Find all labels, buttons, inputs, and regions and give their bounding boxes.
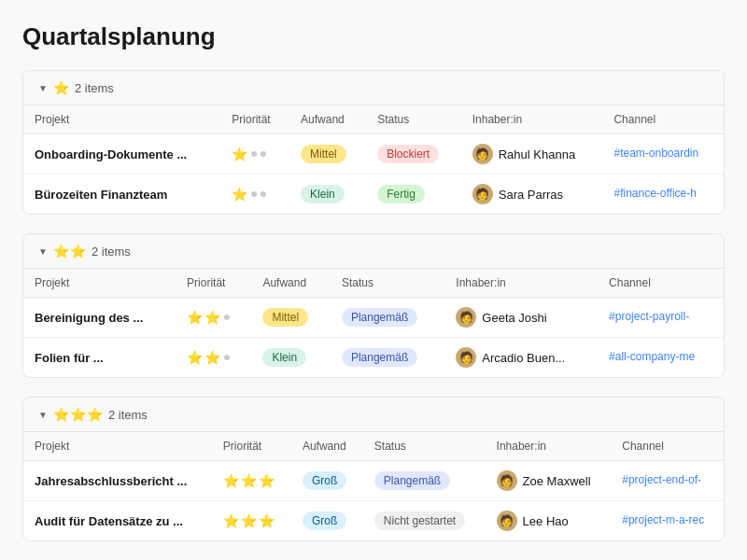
aufwand-cell: Mittel — [289, 134, 366, 175]
chevron-icon: ▼ — [38, 410, 48, 420]
items-count: 2 items — [75, 81, 114, 95]
projekt-name: Bereinigung des ... — [35, 311, 143, 325]
column-header: Status — [363, 432, 486, 461]
column-header: Aufwand — [289, 105, 366, 134]
status-badge: Plangemäß — [342, 308, 417, 327]
column-header: Priorität — [176, 269, 251, 298]
avatar: 🧑 — [472, 184, 493, 204]
channel-cell[interactable]: #project-payroll- — [598, 298, 724, 338]
section-1: ▼ ⭐ 2 items ProjektPrioritätAufwandStatu… — [22, 70, 725, 215]
inhaber-cell: 🧑 Zoe Maxwell — [486, 461, 612, 501]
projekt-cell: Audit für Datensätze zu ... — [23, 501, 212, 541]
channel-link[interactable]: #project-payroll- — [609, 310, 689, 323]
star-icon: ⭐ — [53, 244, 69, 259]
channel-link[interactable]: #all-company-me — [609, 350, 695, 363]
column-header: Channel — [602, 105, 724, 134]
status-badge: Plangemäß — [342, 348, 417, 367]
column-header: Priorität — [212, 432, 291, 461]
column-header: Channel — [598, 269, 724, 298]
channel-link[interactable]: #project-end-of- — [622, 473, 701, 486]
star-icon: ⭐ — [70, 244, 86, 259]
star-icon: ⭐ — [187, 310, 203, 325]
avatar: 🧑 — [497, 470, 517, 491]
items-count: 2 items — [92, 245, 131, 259]
section-3: ▼ ⭐⭐⭐ 2 items ProjektPrioritätAufwandSta… — [22, 397, 725, 541]
column-header: Aufwand — [251, 269, 330, 298]
status-cell: Plangemäß — [331, 298, 444, 338]
table-row: Jahresabschlussbericht ...⭐⭐⭐GroßPlangem… — [23, 461, 724, 501]
star-icon: ⭐ — [204, 310, 220, 325]
dot-icon — [251, 191, 257, 197]
star-icon: ⭐ — [223, 513, 239, 528]
aufwand-badge: Klein — [262, 348, 306, 367]
channel-cell[interactable]: #team-onboardin — [602, 134, 724, 175]
inhaber-name: Lee Hao — [523, 514, 569, 528]
projekt-cell: Jahresabschlussbericht ... — [23, 461, 212, 501]
inhaber-name: Arcadio Buen... — [482, 351, 565, 365]
section-header[interactable]: ▼ ⭐ 2 items — [23, 71, 724, 105]
aufwand-badge: Mittel — [262, 308, 308, 327]
page-title: Quartalsplanung — [22, 22, 725, 51]
status-badge: Plangemäß — [374, 471, 450, 490]
inhaber-container: 🧑 Lee Hao — [497, 511, 600, 531]
section-2: ▼ ⭐⭐ 2 items ProjektPrioritätAufwandStat… — [22, 233, 725, 378]
projekt-name: Audit für Datensätze zu ... — [35, 514, 183, 528]
star-icon: ⭐ — [53, 80, 69, 95]
aufwand-cell: Mittel — [251, 298, 330, 338]
prioritaet-cell: ⭐⭐⭐ — [212, 501, 291, 541]
aufwand-cell: Groß — [291, 461, 363, 501]
channel-link[interactable]: #team-onboardin — [613, 147, 698, 160]
priority-stars: ⭐⭐⭐ — [53, 407, 103, 422]
aufwand-cell: Klein — [289, 175, 366, 215]
aufwand-cell: Klein — [251, 338, 330, 378]
aufwand-cell: Groß — [291, 501, 363, 541]
inhaber-cell: 🧑 Geeta Joshi — [444, 298, 598, 338]
table-row: Bürozeiten Finanzteam⭐KleinFertig 🧑 Sara… — [23, 175, 724, 215]
star-icon: ⭐ — [223, 473, 239, 488]
section-header[interactable]: ▼ ⭐⭐ 2 items — [23, 234, 724, 269]
channel-cell[interactable]: #finance-office-h — [602, 175, 724, 215]
avatar: 🧑 — [472, 144, 493, 164]
channel-cell[interactable]: #project-end-of- — [611, 461, 724, 501]
section-header[interactable]: ▼ ⭐⭐⭐ 2 items — [23, 398, 724, 432]
column-header: Priorität — [220, 105, 289, 134]
projekt-cell: Bereinigung des ... — [23, 298, 176, 338]
channel-cell[interactable]: #project-m-a-rec — [611, 501, 724, 541]
dot-icon — [224, 315, 230, 320]
aufwand-badge: Groß — [303, 511, 346, 530]
table-row: Folien für ...⭐⭐KleinPlangemäß 🧑 Arcadio… — [23, 338, 724, 378]
column-header: Projekt — [23, 269, 176, 298]
inhaber-name: Sara Parras — [499, 188, 563, 202]
star-icon: ⭐ — [87, 407, 103, 422]
star-icon: ⭐ — [241, 513, 257, 528]
dot-icon — [261, 191, 266, 197]
column-header: Projekt — [23, 105, 220, 134]
channel-link[interactable]: #finance-office-h — [613, 187, 697, 200]
dot-icon — [251, 151, 257, 157]
inhaber-container: 🧑 Zoe Maxwell — [497, 470, 600, 491]
avatar: 🧑 — [456, 307, 476, 328]
inhaber-name: Geeta Joshi — [482, 311, 546, 325]
column-header: Inhaber:in — [444, 269, 598, 298]
column-header: Aufwand — [291, 432, 363, 461]
priority-stars: ⭐⭐ — [53, 244, 86, 259]
star-icon: ⭐ — [187, 350, 203, 365]
column-header: Channel — [611, 432, 724, 461]
prioritaet-cell: ⭐⭐ — [176, 338, 251, 378]
channel-cell[interactable]: #all-company-me — [598, 338, 724, 378]
channel-link[interactable]: #project-m-a-rec — [622, 513, 704, 526]
projekt-cell: Bürozeiten Finanzteam — [23, 175, 220, 215]
star-icon: ⭐ — [259, 513, 275, 528]
avatar: 🧑 — [456, 347, 476, 368]
star-icon: ⭐ — [241, 473, 257, 488]
column-header: Inhaber:in — [461, 105, 603, 134]
table-row: Bereinigung des ...⭐⭐MittelPlangemäß 🧑 G… — [23, 298, 724, 338]
inhaber-container: 🧑 Geeta Joshi — [456, 307, 586, 328]
star-icon: ⭐ — [204, 350, 220, 365]
status-badge: Fertig — [377, 185, 425, 203]
status-cell: Fertig — [366, 175, 461, 215]
table-row: Onboarding-Dokumente ...⭐MittelBlockiert… — [23, 134, 724, 175]
table-row: Audit für Datensätze zu ...⭐⭐⭐GroßNicht … — [23, 501, 724, 541]
avatar: 🧑 — [497, 511, 517, 531]
chevron-icon: ▼ — [38, 83, 48, 93]
